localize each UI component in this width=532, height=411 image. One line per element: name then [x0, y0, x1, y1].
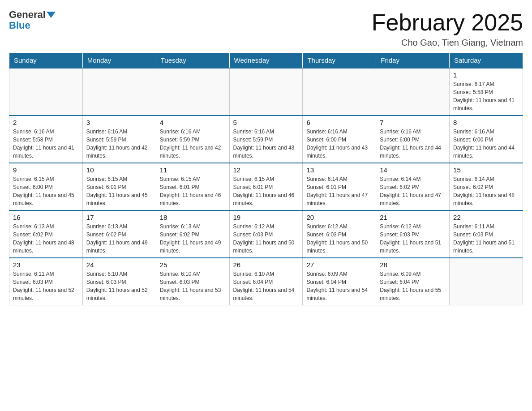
calendar-cell: 26Sunrise: 6:10 AM Sunset: 6:04 PM Dayli…	[229, 258, 303, 305]
calendar-cell: 19Sunrise: 6:12 AM Sunset: 6:03 PM Dayli…	[229, 210, 303, 258]
calendar-cell: 11Sunrise: 6:15 AM Sunset: 6:01 PM Dayli…	[156, 163, 229, 210]
day-info: Sunrise: 6:12 AM Sunset: 6:03 PM Dayligh…	[380, 223, 446, 255]
day-number: 28	[380, 261, 446, 269]
day-number: 2	[13, 119, 79, 126]
day-info: Sunrise: 6:15 AM Sunset: 6:01 PM Dayligh…	[160, 175, 226, 207]
day-info: Sunrise: 6:11 AM Sunset: 6:03 PM Dayligh…	[453, 223, 519, 255]
day-number: 22	[453, 214, 519, 221]
calendar-cell: 8Sunrise: 6:16 AM Sunset: 6:00 PM Daylig…	[450, 116, 523, 163]
day-info: Sunrise: 6:09 AM Sunset: 6:04 PM Dayligh…	[306, 270, 372, 302]
week-row-1: 1Sunrise: 6:17 AM Sunset: 5:58 PM Daylig…	[9, 68, 523, 116]
day-info: Sunrise: 6:16 AM Sunset: 6:00 PM Dayligh…	[380, 128, 446, 160]
day-number: 11	[160, 166, 226, 174]
day-number: 20	[306, 214, 372, 221]
day-info: Sunrise: 6:16 AM Sunset: 5:59 PM Dayligh…	[233, 128, 299, 160]
day-info: Sunrise: 6:10 AM Sunset: 6:03 PM Dayligh…	[86, 270, 152, 302]
day-info: Sunrise: 6:12 AM Sunset: 6:03 PM Dayligh…	[233, 223, 299, 255]
weekday-header-wednesday: Wednesday	[229, 53, 303, 68]
day-info: Sunrise: 6:16 AM Sunset: 5:58 PM Dayligh…	[13, 128, 79, 160]
day-number: 27	[306, 261, 372, 269]
weekday-header-friday: Friday	[376, 53, 450, 68]
day-number: 3	[86, 119, 152, 126]
calendar-cell: 24Sunrise: 6:10 AM Sunset: 6:03 PM Dayli…	[82, 258, 156, 305]
day-number: 25	[160, 261, 226, 269]
logo-blue-text: Blue	[9, 20, 30, 31]
day-number: 5	[233, 119, 299, 126]
day-number: 8	[453, 119, 519, 126]
calendar-cell	[376, 68, 450, 116]
week-row-4: 16Sunrise: 6:13 AM Sunset: 6:02 PM Dayli…	[9, 210, 523, 258]
calendar-cell: 18Sunrise: 6:13 AM Sunset: 6:02 PM Dayli…	[156, 210, 229, 258]
day-number: 10	[86, 166, 152, 174]
day-number: 23	[13, 261, 79, 269]
calendar-cell	[9, 68, 83, 116]
weekday-header-row: SundayMondayTuesdayWednesdayThursdayFrid…	[9, 53, 523, 68]
day-info: Sunrise: 6:13 AM Sunset: 6:02 PM Dayligh…	[86, 223, 152, 255]
weekday-header-thursday: Thursday	[303, 53, 376, 68]
day-info: Sunrise: 6:11 AM Sunset: 6:03 PM Dayligh…	[13, 270, 79, 302]
weekday-header-monday: Monday	[82, 53, 156, 68]
week-row-3: 9Sunrise: 6:15 AM Sunset: 6:00 PM Daylig…	[9, 163, 523, 210]
day-number: 1	[453, 71, 519, 79]
day-info: Sunrise: 6:14 AM Sunset: 6:02 PM Dayligh…	[453, 175, 519, 207]
week-row-5: 23Sunrise: 6:11 AM Sunset: 6:03 PM Dayli…	[9, 258, 523, 305]
calendar-cell: 3Sunrise: 6:16 AM Sunset: 5:59 PM Daylig…	[82, 116, 156, 163]
day-info: Sunrise: 6:12 AM Sunset: 6:03 PM Dayligh…	[306, 223, 372, 255]
day-info: Sunrise: 6:14 AM Sunset: 6:02 PM Dayligh…	[380, 175, 446, 207]
day-number: 9	[13, 166, 79, 174]
calendar-cell: 25Sunrise: 6:10 AM Sunset: 6:03 PM Dayli…	[156, 258, 229, 305]
calendar-cell	[156, 68, 229, 116]
calendar-cell: 2Sunrise: 6:16 AM Sunset: 5:58 PM Daylig…	[9, 116, 83, 163]
day-number: 15	[453, 166, 519, 174]
day-number: 4	[160, 119, 226, 126]
calendar-cell	[303, 68, 376, 116]
calendar-title: February 2025	[372, 9, 523, 36]
calendar-cell: 16Sunrise: 6:13 AM Sunset: 6:02 PM Dayli…	[9, 210, 83, 258]
day-info: Sunrise: 6:16 AM Sunset: 6:00 PM Dayligh…	[453, 128, 519, 160]
day-number: 21	[380, 214, 446, 221]
calendar-cell: 7Sunrise: 6:16 AM Sunset: 6:00 PM Daylig…	[376, 116, 450, 163]
calendar-cell: 22Sunrise: 6:11 AM Sunset: 6:03 PM Dayli…	[450, 210, 523, 258]
title-section: February 2025 Cho Gao, Tien Giang, Vietn…	[372, 9, 523, 48]
calendar-cell: 6Sunrise: 6:16 AM Sunset: 6:00 PM Daylig…	[303, 116, 376, 163]
day-info: Sunrise: 6:10 AM Sunset: 6:03 PM Dayligh…	[160, 270, 226, 302]
logo-general-text: General	[9, 9, 46, 21]
day-number: 17	[86, 214, 152, 221]
day-info: Sunrise: 6:09 AM Sunset: 6:04 PM Dayligh…	[380, 270, 446, 302]
calendar-cell	[450, 258, 523, 305]
day-info: Sunrise: 6:16 AM Sunset: 5:59 PM Dayligh…	[160, 128, 226, 160]
day-number: 18	[160, 214, 226, 221]
day-number: 26	[233, 261, 299, 269]
week-row-2: 2Sunrise: 6:16 AM Sunset: 5:58 PM Daylig…	[9, 116, 523, 163]
day-number: 13	[306, 166, 372, 174]
day-number: 24	[86, 261, 152, 269]
day-number: 19	[233, 214, 299, 221]
weekday-header-sunday: Sunday	[9, 53, 83, 68]
day-info: Sunrise: 6:10 AM Sunset: 6:04 PM Dayligh…	[233, 270, 299, 302]
logo-general: General	[9, 9, 56, 21]
day-info: Sunrise: 6:13 AM Sunset: 6:02 PM Dayligh…	[13, 223, 79, 255]
day-info: Sunrise: 6:16 AM Sunset: 6:00 PM Dayligh…	[306, 128, 372, 160]
calendar-subtitle: Cho Gao, Tien Giang, Vietnam	[372, 38, 523, 48]
day-number: 14	[380, 166, 446, 174]
day-number: 6	[306, 119, 372, 126]
calendar-cell: 4Sunrise: 6:16 AM Sunset: 5:59 PM Daylig…	[156, 116, 229, 163]
logo-arrow-icon	[47, 12, 56, 18]
calendar-cell: 20Sunrise: 6:12 AM Sunset: 6:03 PM Dayli…	[303, 210, 376, 258]
weekday-header-saturday: Saturday	[450, 53, 523, 68]
calendar-cell: 21Sunrise: 6:12 AM Sunset: 6:03 PM Dayli…	[376, 210, 450, 258]
day-info: Sunrise: 6:16 AM Sunset: 5:59 PM Dayligh…	[86, 128, 152, 160]
calendar-cell: 14Sunrise: 6:14 AM Sunset: 6:02 PM Dayli…	[376, 163, 450, 210]
calendar-cell: 12Sunrise: 6:15 AM Sunset: 6:01 PM Dayli…	[229, 163, 303, 210]
calendar-cell: 1Sunrise: 6:17 AM Sunset: 5:58 PM Daylig…	[450, 68, 523, 116]
calendar-cell	[229, 68, 303, 116]
day-info: Sunrise: 6:15 AM Sunset: 6:01 PM Dayligh…	[86, 175, 152, 207]
calendar-cell: 17Sunrise: 6:13 AM Sunset: 6:02 PM Dayli…	[82, 210, 156, 258]
calendar-cell: 10Sunrise: 6:15 AM Sunset: 6:01 PM Dayli…	[82, 163, 156, 210]
calendar-cell: 28Sunrise: 6:09 AM Sunset: 6:04 PM Dayli…	[376, 258, 450, 305]
calendar-cell	[82, 68, 156, 116]
day-info: Sunrise: 6:17 AM Sunset: 5:58 PM Dayligh…	[453, 80, 519, 112]
calendar-cell: 9Sunrise: 6:15 AM Sunset: 6:00 PM Daylig…	[9, 163, 83, 210]
calendar-cell: 23Sunrise: 6:11 AM Sunset: 6:03 PM Dayli…	[9, 258, 83, 305]
calendar-cell: 27Sunrise: 6:09 AM Sunset: 6:04 PM Dayli…	[303, 258, 376, 305]
